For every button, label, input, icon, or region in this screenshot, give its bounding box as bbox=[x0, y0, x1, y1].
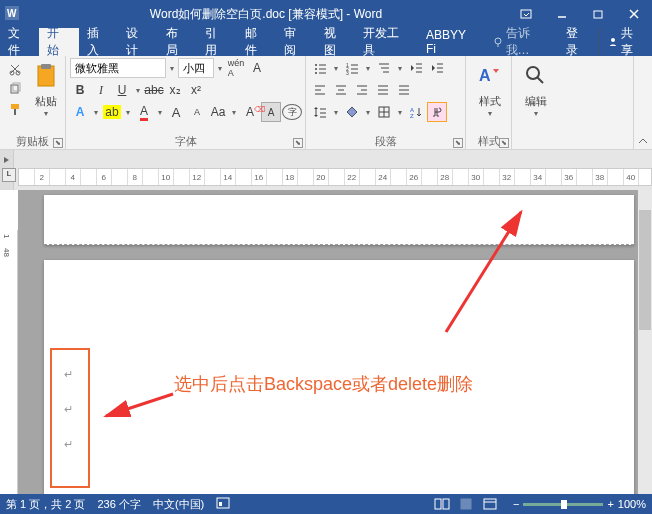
numbering-button[interactable]: 123 bbox=[342, 58, 362, 78]
highlight-button[interactable]: ab bbox=[102, 102, 122, 122]
document-title: Word如何删除空白页.doc [兼容模式] - Word bbox=[24, 6, 508, 23]
vertical-ruler[interactable]: 1 48 bbox=[0, 230, 18, 494]
borders-button[interactable] bbox=[374, 102, 394, 122]
font-size-combo[interactable]: 小四 bbox=[178, 58, 214, 78]
sort-button[interactable]: AZ bbox=[406, 102, 426, 122]
tab-file[interactable]: 文件 bbox=[0, 28, 39, 56]
share-button[interactable]: 共享 bbox=[598, 28, 652, 56]
align-center-button[interactable] bbox=[331, 80, 351, 100]
multilevel-list-button[interactable] bbox=[374, 58, 394, 78]
paste-button[interactable]: 粘贴 ▾ bbox=[26, 58, 66, 120]
tab-developer[interactable]: 开发工具 bbox=[355, 28, 418, 56]
enclose-char-button[interactable]: 字 bbox=[282, 104, 302, 120]
scrollbar-thumb[interactable] bbox=[639, 210, 651, 330]
svg-point-7 bbox=[495, 38, 501, 44]
bullets-button[interactable] bbox=[310, 58, 330, 78]
app-icon: W bbox=[0, 6, 24, 23]
justify-button[interactable] bbox=[373, 80, 393, 100]
web-layout-button[interactable] bbox=[479, 496, 501, 512]
strikethrough-button[interactable]: abc bbox=[144, 80, 164, 100]
tell-me[interactable]: 告诉我… bbox=[486, 28, 559, 56]
cut-button[interactable] bbox=[6, 60, 24, 78]
align-left-button[interactable] bbox=[310, 80, 330, 100]
italic-button[interactable]: I bbox=[91, 80, 111, 100]
superscript-button[interactable]: x² bbox=[186, 80, 206, 100]
collapse-ribbon-button[interactable] bbox=[634, 56, 652, 149]
format-painter-button[interactable] bbox=[6, 100, 24, 118]
zoom-out-button[interactable]: − bbox=[513, 498, 519, 510]
tab-mailings[interactable]: 邮件 bbox=[237, 28, 276, 56]
vertical-scrollbar[interactable] bbox=[638, 190, 652, 494]
group-clipboard: 粘贴 ▾ 剪贴板⬊ bbox=[0, 56, 66, 149]
underline-button[interactable]: U bbox=[112, 80, 132, 100]
phonetic-guide-button[interactable]: wénA bbox=[226, 58, 246, 78]
print-layout-button[interactable] bbox=[455, 496, 477, 512]
clipboard-dialog-launcher[interactable]: ⬊ bbox=[53, 138, 63, 148]
horizontal-ruler[interactable]: 246810121416182022242628303234363840 bbox=[18, 168, 652, 186]
status-page[interactable]: 第 1 页，共 2 页 bbox=[6, 497, 85, 512]
tab-references[interactable]: 引用 bbox=[197, 28, 236, 56]
change-case-button[interactable]: Aa bbox=[208, 102, 228, 122]
zoom-slider[interactable] bbox=[523, 503, 603, 506]
align-right-button[interactable] bbox=[352, 80, 372, 100]
paragraph-mark: ↵ bbox=[52, 403, 88, 416]
tab-abbyy[interactable]: ABBYY Fi bbox=[418, 28, 486, 56]
font-dialog-launcher[interactable]: ⬊ bbox=[293, 138, 303, 148]
read-mode-button[interactable] bbox=[431, 496, 453, 512]
svg-point-22 bbox=[315, 72, 317, 74]
clear-formatting-button[interactable]: A⌫ bbox=[240, 102, 260, 122]
restore-button[interactable] bbox=[580, 0, 616, 28]
close-button[interactable] bbox=[616, 0, 652, 28]
tab-insert[interactable]: 插入 bbox=[79, 28, 118, 56]
tab-selector[interactable]: L bbox=[2, 168, 16, 182]
svg-rect-13 bbox=[13, 83, 20, 91]
zoom-in-button[interactable]: + bbox=[607, 498, 613, 510]
increase-indent-button[interactable] bbox=[427, 58, 447, 78]
tab-home[interactable]: 开始 bbox=[39, 28, 78, 56]
decrease-indent-button[interactable] bbox=[406, 58, 426, 78]
shrink-font-button[interactable]: A bbox=[187, 102, 207, 122]
editing-button[interactable]: 编辑 ▾ bbox=[516, 58, 556, 120]
document-area[interactable]: ↵ ↵ ↵ 选中后点击Backspace或者delete删除 bbox=[18, 190, 638, 494]
annotation-text: 选中后点击Backspace或者delete删除 bbox=[174, 372, 473, 396]
shading-button[interactable] bbox=[342, 102, 362, 122]
char-border-button[interactable]: A bbox=[247, 58, 267, 78]
styles-button[interactable]: A 样式 ▾ bbox=[470, 58, 510, 120]
copy-button[interactable] bbox=[6, 80, 24, 98]
bold-button[interactable]: B bbox=[70, 80, 90, 100]
text-effects-button[interactable]: A bbox=[70, 102, 90, 122]
share-icon bbox=[607, 36, 619, 48]
status-macro-icon[interactable] bbox=[216, 497, 230, 511]
ribbon-options-button[interactable] bbox=[508, 0, 544, 28]
tab-design[interactable]: 设计 bbox=[118, 28, 157, 56]
login-button[interactable]: 登录 bbox=[558, 28, 597, 56]
page-2[interactable]: ↵ ↵ ↵ 选中后点击Backspace或者delete删除 bbox=[44, 260, 634, 494]
paragraph-mark: ↵ bbox=[52, 438, 88, 451]
paragraph-dialog-launcher[interactable]: ⬊ bbox=[453, 138, 463, 148]
tab-layout[interactable]: 布局 bbox=[158, 28, 197, 56]
tab-review[interactable]: 审阅 bbox=[276, 28, 315, 56]
svg-rect-70 bbox=[435, 499, 441, 509]
svg-rect-14 bbox=[11, 104, 19, 109]
zoom-level[interactable]: 100% bbox=[618, 498, 646, 510]
grow-font-button[interactable]: A bbox=[166, 102, 186, 122]
line-spacing-button[interactable] bbox=[310, 102, 330, 122]
svg-text:W: W bbox=[7, 8, 17, 19]
status-language[interactable]: 中文(中国) bbox=[153, 497, 204, 512]
distribute-button[interactable] bbox=[394, 80, 414, 100]
title-bar: W Word如何删除空白页.doc [兼容模式] - Word bbox=[0, 0, 652, 28]
subscript-button[interactable]: x₂ bbox=[165, 80, 185, 100]
show-hide-marks-button[interactable] bbox=[427, 102, 447, 122]
status-bar: 第 1 页，共 2 页 236 个字 中文(中国) − + 100% bbox=[0, 494, 652, 514]
minimize-button[interactable] bbox=[544, 0, 580, 28]
svg-line-66 bbox=[446, 212, 521, 332]
font-color-button[interactable]: A bbox=[134, 102, 154, 122]
svg-rect-73 bbox=[484, 499, 496, 509]
status-word-count[interactable]: 236 个字 bbox=[97, 497, 140, 512]
page-1-bottom[interactable] bbox=[44, 195, 634, 245]
svg-rect-15 bbox=[14, 109, 16, 115]
styles-dialog-launcher[interactable]: ⬊ bbox=[499, 138, 509, 148]
font-name-combo[interactable]: 微软雅黑 bbox=[70, 58, 166, 78]
tab-view[interactable]: 视图 bbox=[316, 28, 355, 56]
svg-rect-71 bbox=[443, 499, 449, 509]
